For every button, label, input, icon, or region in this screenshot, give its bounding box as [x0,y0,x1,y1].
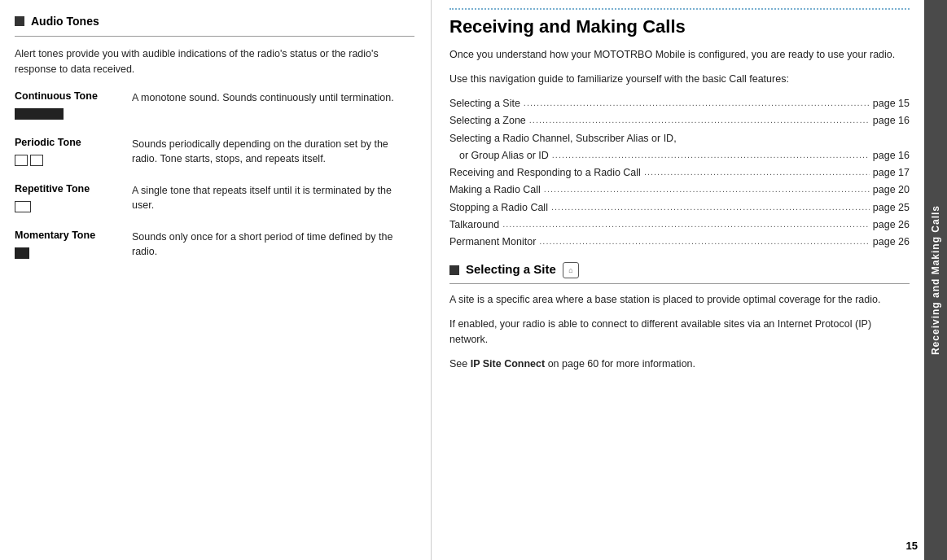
toc-dots [552,147,870,164]
section-icon [15,16,24,26]
toc-row: Selecting a Radio Channel, Subscriber Al… [449,130,910,147]
audio-tones-title: Audio Tones [31,15,99,28]
toc-row: Making a Radio Call page 20 [449,182,910,199]
toc-page: page 16 [870,112,910,129]
left-panel: Audio Tones Alert tones provide you with… [0,0,432,560]
section-divider [15,36,414,37]
toc-row: Selecting a Zone page 16 [449,112,910,129]
toc-dots [544,181,870,198]
tone-label: Periodic Tone [15,137,81,148]
toc-label: Selecting a Site [449,95,524,112]
toc-page: page 26 [870,217,910,234]
toc-dots [551,199,870,216]
para3: A site is a specific area where a base s… [449,292,910,308]
intro-text: Alert tones provide you with audible ind… [15,46,414,77]
toc-label: Stopping a Radio Call [449,199,551,217]
toc-page: page 26 [870,234,910,251]
section2-divider [449,283,910,284]
tone-item: Continuous Tone A monotone sound. Sounds… [15,90,414,122]
site-icon: ⌂ [563,262,579,278]
toc-label: or Group Alias or ID [459,147,552,164]
tones-list: Continuous Tone A monotone sound. Sounds… [15,90,414,261]
section2-icon [449,265,459,275]
toc-page: page 16 [870,147,910,164]
tone-label: Repetitive Tone [15,183,90,195]
toc-label: Permanent Monitor [449,234,539,251]
tone-label-col: Momentary Tone [15,230,121,261]
dotted-border [449,8,910,10]
audio-tones-heading: Audio Tones [15,15,414,28]
para1: Once you understand how your MOTOTRBO Mo… [449,47,910,63]
main-title: Receiving and Making Calls [449,16,910,37]
toc-row: Stopping a Radio Call page 25 [449,199,910,217]
selecting-a-site-heading: Selecting a Site ⌂ [449,262,910,278]
right-panel: Receiving and Making Calls Once you unde… [432,0,924,560]
tone-desc: Sounds only once for a short period of t… [132,230,414,260]
tone-label-col: Continuous Tone [15,90,121,122]
sidebar-tab: Receiving and Making Calls [924,0,947,560]
tone-item: Momentary Tone Sounds only once for a sh… [15,230,414,261]
tone-desc: A single tone that repeats itself until … [132,183,414,214]
tone-label: Momentary Tone [15,230,95,241]
toc-row: Selecting a Site page 15 [449,95,910,112]
tone-label: Continuous Tone [15,90,98,102]
para2: Use this navigation guide to familiarize… [449,72,910,87]
tone-label-col: Repetitive Tone [15,183,121,215]
para4: If enabled, your radio is able to connec… [449,317,910,348]
toc-dots [502,216,870,233]
toc-row: Talkaround page 26 [449,217,910,234]
tone-label-col: Periodic Tone [15,137,121,168]
tone-desc: A monotone sound. Sounds continuously un… [132,90,394,106]
toc-page: page 17 [870,164,910,182]
toc-dots [529,112,870,129]
toc-row: or Group Alias or ID page 16 [449,147,910,164]
para5: See IP Site Connect on page 60 for more … [449,357,910,372]
toc-dots [539,233,870,250]
toc-dots [644,164,870,181]
toc-label: Receiving and Responding to a Radio Call [449,164,644,182]
toc-row: Receiving and Responding to a Radio Call… [449,164,910,182]
toc-label: Making a Radio Call [449,182,544,199]
toc-row: Permanent Monitor page 26 [449,234,910,251]
toc-dots [524,94,870,112]
toc-page: page 15 [870,95,910,112]
toc-label: Talkaround [449,217,502,234]
tone-item: Repetitive Tone A single tone that repea… [15,183,414,215]
toc-label: Selecting a Zone [449,112,529,129]
sidebar-tab-label: Receiving and Making Calls [930,205,941,355]
tone-item: Periodic Tone Sounds periodically depend… [15,137,414,168]
page-number: 15 [906,540,918,552]
toc-table: Selecting a Site page 15 Selecting a Zon… [449,95,910,251]
toc-page: page 25 [870,199,910,217]
toc-page: page 20 [870,182,910,199]
tone-desc: Sounds periodically depending on the dur… [132,137,414,168]
toc-label: Selecting a Radio Channel, Subscriber Al… [449,130,680,147]
section2-title: Selecting a Site ⌂ [466,262,579,278]
